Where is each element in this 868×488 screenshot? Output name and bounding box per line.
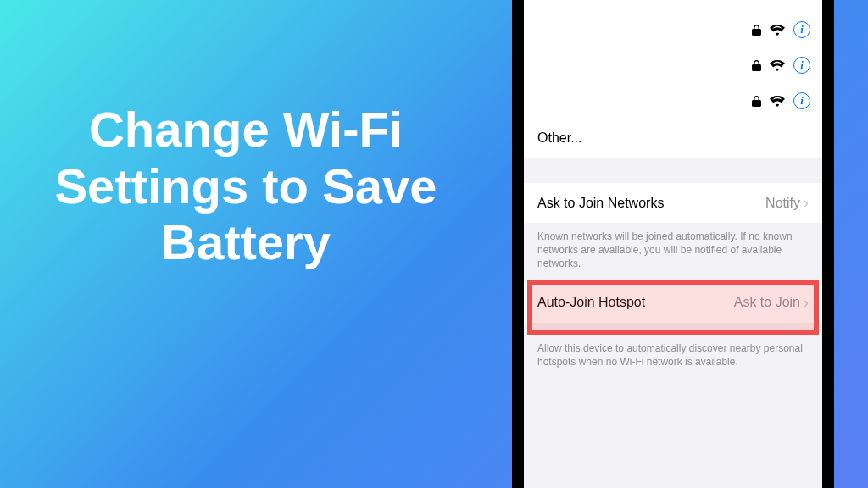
other-network-row[interactable]: Other... (524, 119, 822, 158)
wifi-network-row[interactable]: i (524, 47, 822, 83)
info-icon[interactable]: i (793, 57, 810, 74)
wifi-network-row[interactable]: i (524, 12, 822, 47)
phone-screen: i i i (524, 0, 822, 488)
section-gap (524, 158, 822, 183)
ask-to-join-label: Ask to Join Networks (537, 196, 664, 211)
auto-join-hotspot-row[interactable]: Auto-Join Hotspot Ask to Join › (524, 283, 822, 323)
headline-text: Change Wi-Fi Settings to Save Battery (42, 102, 449, 271)
phone-frame: i i i (512, 0, 834, 488)
wifi-icon (770, 60, 785, 71)
ask-to-join-row[interactable]: Ask to Join Networks Notify › (524, 183, 822, 223)
wifi-network-list: i i i (524, 0, 822, 158)
lock-icon (752, 59, 761, 71)
auto-join-footer: Allow this device to automatically disco… (524, 323, 822, 380)
ask-to-join-value: Notify › (765, 194, 809, 212)
ask-to-join-footer: Known networks will be joined automatica… (524, 223, 822, 283)
auto-join-section: Auto-Join Hotspot Ask to Join › (524, 283, 822, 323)
auto-join-label: Auto-Join Hotspot (537, 295, 645, 310)
wifi-icon (770, 25, 785, 36)
lock-icon (752, 95, 761, 107)
wifi-icon (770, 96, 785, 107)
auto-join-value: Ask to Join › (734, 294, 809, 312)
lock-icon (752, 24, 761, 36)
chevron-right-icon: › (804, 194, 809, 212)
info-icon[interactable]: i (793, 92, 810, 109)
wifi-network-row[interactable]: i (524, 83, 822, 119)
chevron-right-icon: › (804, 294, 809, 312)
info-icon[interactable]: i (793, 21, 810, 38)
other-label: Other... (537, 130, 581, 145)
